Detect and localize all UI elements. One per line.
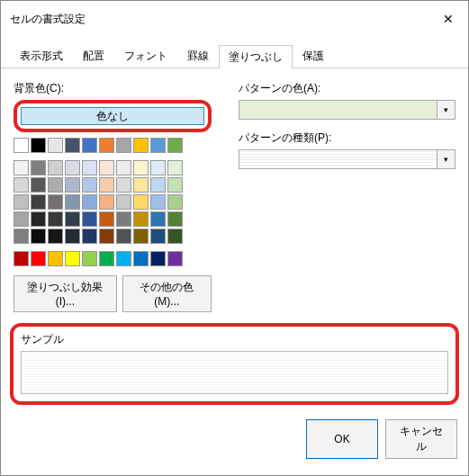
color-swatch[interactable] bbox=[31, 177, 46, 193]
color-swatch[interactable] bbox=[150, 251, 166, 266]
color-swatch[interactable] bbox=[31, 229, 46, 244]
tabbar: 表示形式 配置 フォント 罫線 塗りつぶし 保護 bbox=[1, 37, 468, 68]
color-swatch[interactable] bbox=[133, 177, 149, 193]
swatch-group-basic bbox=[14, 138, 194, 153]
color-swatch[interactable] bbox=[167, 251, 183, 266]
color-swatch[interactable] bbox=[14, 194, 29, 210]
color-swatch[interactable] bbox=[150, 177, 166, 193]
tab-format[interactable]: 表示形式 bbox=[10, 44, 73, 67]
swatch-group-theme bbox=[14, 160, 194, 244]
color-swatch[interactable] bbox=[150, 211, 166, 227]
color-swatch[interactable] bbox=[99, 211, 114, 227]
color-swatch[interactable] bbox=[48, 160, 63, 175]
fill-effects-button[interactable]: 塗りつぶし効果(I)... bbox=[14, 275, 117, 312]
color-swatch[interactable] bbox=[150, 160, 166, 175]
window-title: セルの書式設定 bbox=[10, 12, 428, 27]
chevron-down-icon[interactable]: ▾ bbox=[437, 149, 455, 169]
color-swatch[interactable] bbox=[116, 160, 131, 175]
more-colors-button[interactable]: その他の色(M)... bbox=[122, 275, 212, 312]
color-swatch[interactable] bbox=[99, 194, 114, 210]
color-swatch[interactable] bbox=[14, 160, 29, 175]
color-swatch[interactable] bbox=[48, 194, 63, 210]
pattern-color-label: パターンの色(A): bbox=[239, 81, 455, 96]
color-swatch[interactable] bbox=[99, 138, 114, 153]
color-swatch[interactable] bbox=[116, 138, 131, 153]
color-swatch[interactable] bbox=[31, 211, 46, 227]
color-swatch[interactable] bbox=[167, 211, 183, 227]
color-swatch[interactable] bbox=[133, 229, 149, 244]
color-swatch[interactable] bbox=[65, 211, 80, 227]
color-swatch[interactable] bbox=[65, 251, 80, 266]
color-swatch[interactable] bbox=[116, 251, 131, 266]
color-swatch[interactable] bbox=[14, 229, 29, 244]
sample-label: サンプル bbox=[21, 332, 448, 347]
color-swatch[interactable] bbox=[31, 194, 46, 210]
tab-font[interactable]: フォント bbox=[114, 44, 177, 67]
color-swatch[interactable] bbox=[99, 160, 114, 175]
pattern-type-dropdown[interactable]: ▾ bbox=[239, 149, 455, 169]
color-swatch[interactable] bbox=[48, 138, 63, 153]
color-swatch[interactable] bbox=[48, 211, 63, 227]
color-swatch[interactable] bbox=[116, 211, 131, 227]
color-swatch[interactable] bbox=[99, 251, 114, 266]
color-swatch[interactable] bbox=[82, 251, 97, 266]
color-swatch[interactable] bbox=[167, 160, 183, 175]
color-swatch[interactable] bbox=[116, 194, 131, 210]
color-swatch[interactable] bbox=[65, 160, 80, 175]
pattern-color-display bbox=[239, 100, 437, 120]
close-icon[interactable]: ✕ bbox=[428, 6, 468, 31]
tab-protect[interactable]: 保護 bbox=[293, 44, 334, 67]
color-swatch[interactable] bbox=[133, 160, 149, 175]
color-swatch[interactable] bbox=[14, 138, 29, 153]
highlight-sample: サンプル bbox=[10, 323, 459, 405]
color-swatch[interactable] bbox=[82, 177, 97, 193]
color-swatch[interactable] bbox=[167, 194, 183, 210]
tab-border[interactable]: 罫線 bbox=[177, 44, 219, 67]
color-swatch[interactable] bbox=[31, 160, 46, 175]
tab-alignment[interactable]: 配置 bbox=[73, 44, 114, 67]
color-swatch[interactable] bbox=[116, 177, 131, 193]
highlight-no-color: 色なし bbox=[14, 100, 212, 132]
color-swatch[interactable] bbox=[48, 177, 63, 193]
color-swatch[interactable] bbox=[82, 194, 97, 210]
color-swatch[interactable] bbox=[150, 138, 166, 153]
color-swatch[interactable] bbox=[82, 160, 97, 175]
color-swatch[interactable] bbox=[167, 138, 183, 153]
color-swatch[interactable] bbox=[48, 229, 63, 244]
color-swatch[interactable] bbox=[65, 229, 80, 244]
color-swatch[interactable] bbox=[133, 194, 149, 210]
color-swatch[interactable] bbox=[167, 229, 183, 244]
cancel-button[interactable]: キャンセル bbox=[385, 419, 457, 459]
color-swatch[interactable] bbox=[99, 177, 114, 193]
chevron-down-icon[interactable]: ▾ bbox=[437, 100, 455, 120]
ok-button[interactable]: OK bbox=[306, 419, 378, 459]
swatch-group-standard bbox=[14, 251, 194, 266]
color-swatch[interactable] bbox=[65, 194, 80, 210]
color-swatch[interactable] bbox=[167, 177, 183, 193]
color-swatch[interactable] bbox=[82, 211, 97, 227]
color-swatch[interactable] bbox=[31, 138, 46, 153]
pattern-type-display bbox=[239, 149, 437, 169]
color-swatch[interactable] bbox=[116, 229, 131, 244]
color-swatch[interactable] bbox=[133, 211, 149, 227]
tab-fill[interactable]: 塗りつぶし bbox=[219, 45, 293, 68]
color-swatch[interactable] bbox=[31, 251, 46, 266]
color-swatch[interactable] bbox=[65, 138, 80, 153]
color-swatch[interactable] bbox=[99, 229, 114, 244]
color-swatch[interactable] bbox=[82, 229, 97, 244]
color-swatch[interactable] bbox=[82, 138, 97, 153]
sample-preview bbox=[21, 351, 448, 394]
color-swatch[interactable] bbox=[65, 177, 80, 193]
color-swatch[interactable] bbox=[133, 251, 149, 266]
color-swatch[interactable] bbox=[133, 138, 149, 153]
pattern-color-dropdown[interactable]: ▾ bbox=[239, 100, 455, 120]
bgcolor-label: 背景色(C): bbox=[14, 81, 212, 96]
color-swatch[interactable] bbox=[150, 194, 166, 210]
color-swatch[interactable] bbox=[14, 211, 29, 227]
color-swatch[interactable] bbox=[48, 251, 63, 266]
no-color-button[interactable]: 色なし bbox=[21, 107, 204, 125]
color-swatch[interactable] bbox=[14, 177, 29, 193]
color-swatch[interactable] bbox=[14, 251, 29, 266]
pattern-type-label: パターンの種類(P): bbox=[239, 130, 455, 146]
color-swatch[interactable] bbox=[150, 229, 166, 244]
